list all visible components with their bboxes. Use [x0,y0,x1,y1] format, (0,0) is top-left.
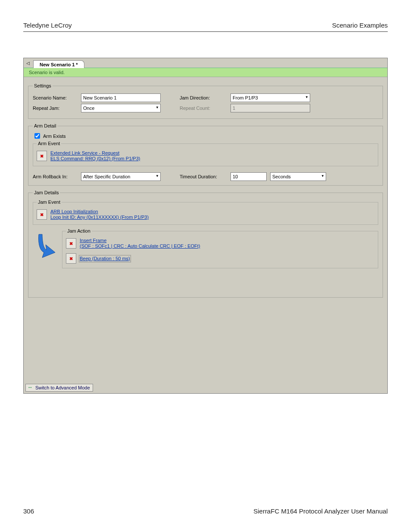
arm-event-detail-link[interactable]: ELS Command: RRQ (0x12) (From P1/P3) [50,156,140,162]
scenario-name-input[interactable] [81,93,161,102]
doc-header-right: Scenario Examples [332,22,388,29]
arm-rollback-label: Arm Rollback In: [33,174,78,179]
validation-status-text: Scenario is valid. [29,70,65,75]
delete-icon: ✖ [40,154,44,159]
page-number: 306 [23,507,34,515]
arm-exists-label: Arm Exists [43,134,66,139]
jam-details-group: Jam Details Jam Event ✖ ARB Loop Initial… [28,190,383,298]
arm-detail-legend: Arm Detail [33,123,57,128]
arm-event-group: Arm Event ✖ Extended Link Service - Requ… [33,141,378,166]
jam-details-legend: Jam Details [33,190,60,195]
jam-action2-delete-button[interactable]: ✖ [66,253,76,264]
settings-legend: Settings [33,83,53,88]
arm-exists-check-input[interactable] [34,133,40,139]
arm-rollback-select[interactable] [81,172,161,181]
repeat-count-input [230,104,310,112]
tab-scenario[interactable]: New Scenario 1 * [33,60,84,68]
doc-header-left: Teledyne LeCroy [23,22,72,29]
jam-event-delete-button[interactable]: ✖ [37,209,47,220]
repeat-count-label: Repeat Count: [180,106,227,111]
delete-icon: ✖ [69,241,73,246]
arrow-icon [33,232,59,267]
arm-detail-group: Arm Detail Arm Exists Arm Event ✖ Extend… [28,123,383,186]
jam-action2-link[interactable]: Beep (Duration : 50 ms) [80,256,130,261]
jam-action-legend: Jam Action [66,228,92,233]
jam-event-group: Jam Event ✖ ARB Loop Initialization Loop… [33,199,378,225]
jam-event-detail-link[interactable]: Loop Init ID: Any (0x11XXXXXX) (From P1/… [50,215,149,220]
jam-event-link[interactable]: ARB Loop Initialization [50,209,149,215]
scenario-name-label: Scenario Name: [33,95,78,100]
jam-action1-delete-button[interactable]: ✖ [66,238,76,249]
delete-icon: ✖ [40,212,44,217]
arm-exists-checkbox[interactable]: Arm Exists [33,132,66,140]
swap-icon [28,385,34,390]
jam-event-legend: Jam Event [37,199,62,205]
jam-direction-select[interactable] [230,93,310,102]
arm-event-legend: Arm Event [37,141,61,146]
delete-icon: ✖ [69,256,73,261]
repeat-jam-label: Repeat Jam: [33,106,78,111]
switch-advanced-mode-button[interactable]: Switch to Advanced Mode [25,384,93,392]
repeat-jam-select[interactable] [81,104,161,112]
validation-status-bar: Scenario is valid. [24,68,387,77]
settings-group: Settings Scenario Name: Jam Direction: R… [28,83,383,119]
timeout-duration-input[interactable] [230,172,267,181]
jam-action1-link[interactable]: Insert Frame [80,238,200,243]
jam-action-group: Jam Action ✖ Insert Frame (SOF : SOFc1 |… [62,228,378,268]
manual-title: SierraFC M164 Protocol Analyzer User Man… [253,507,388,515]
timeout-duration-label: Timeout Duration: [180,174,227,179]
tab-scroll-left-icon[interactable]: ◁ [26,61,30,65]
timeout-unit-select[interactable] [270,172,326,181]
tab-bar: ◁ New Scenario 1 * [24,58,387,68]
switch-advanced-mode-label: Switch to Advanced Mode [35,385,90,390]
jam-action1-detail-link[interactable]: (SOF : SOFc1 | CRC : Auto Calculate CRC … [80,243,200,249]
app-window: ◁ New Scenario 1 * Scenario is valid. Se… [23,58,388,394]
tab-label: New Scenario 1 * [40,62,78,67]
arm-event-delete-button[interactable]: ✖ [37,151,47,161]
jam-direction-label: Jam Direction: [180,95,227,100]
arm-event-link[interactable]: Extended Link Service - Request [50,150,140,156]
